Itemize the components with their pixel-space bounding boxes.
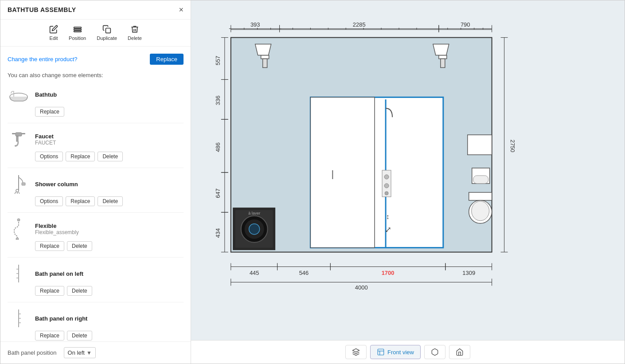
- bath-panel-left-info: Bath panel on left: [35, 270, 184, 277]
- bath-panel-left-actions: Replace Delete: [8, 286, 184, 296]
- bathtub-actions: Replace: [8, 107, 184, 117]
- view-top-button[interactable]: [424, 345, 445, 359]
- view-side-button[interactable]: [449, 345, 470, 359]
- svg-point-17: [16, 238, 19, 240]
- bath-panel-right-icon-container: [8, 309, 30, 327]
- flexible-delete-button[interactable]: Delete: [67, 241, 92, 251]
- edit-tool[interactable]: Edit: [49, 25, 58, 41]
- close-button[interactable]: ×: [179, 6, 184, 14]
- bath-panel-right-name: Bath panel on right: [35, 315, 184, 322]
- svg-text:2285: 2285: [353, 21, 366, 28]
- bath-panel-right-replace-button[interactable]: Replace: [35, 331, 64, 341]
- chevron-down-icon: ▼: [86, 350, 92, 356]
- svg-text:336: 336: [215, 96, 221, 106]
- shower-delete-button[interactable]: Delete: [98, 196, 123, 206]
- faucet-row: Faucet FAUCET: [8, 130, 184, 148]
- svg-text:445: 445: [250, 270, 259, 276]
- delete-icon: [130, 25, 139, 34]
- svg-text:↕: ↕: [386, 213, 390, 220]
- faucet-options-button[interactable]: Options: [35, 152, 63, 161]
- edit-icon: [49, 25, 58, 34]
- svg-line-13: [15, 192, 16, 194]
- view-3d-button[interactable]: [345, 345, 367, 359]
- view-front-button[interactable]: Front view: [370, 345, 421, 359]
- svg-text:1309: 1309: [462, 270, 475, 276]
- bath-panel-left-delete-button[interactable]: Delete: [67, 286, 92, 296]
- shower-info: Shower column: [35, 181, 184, 188]
- position-icon: [73, 25, 82, 34]
- shower-options-button[interactable]: Options: [35, 196, 63, 206]
- svg-text:2750: 2750: [509, 140, 516, 153]
- bath-panel-left-name: Bath panel on left: [35, 270, 184, 277]
- svg-rect-129: [473, 176, 488, 184]
- flexible-replace-button[interactable]: Replace: [35, 241, 64, 251]
- bathtub-replace-button[interactable]: Replace: [35, 107, 64, 117]
- duplicate-icon: [102, 25, 111, 34]
- svg-text:790: 790: [461, 21, 470, 28]
- svg-point-16: [17, 219, 20, 221]
- svg-rect-1: [74, 29, 81, 30]
- panel-header: BATHTUB ASSEMBLY ×: [0, 0, 191, 20]
- flexible-actions: Replace Delete: [8, 241, 184, 251]
- floor-plan-area: 393 2285 790: [191, 0, 625, 340]
- shower-icon: [8, 173, 30, 195]
- shower-icon-container: [8, 175, 30, 193]
- bath-panel-left-replace-button[interactable]: Replace: [35, 286, 64, 296]
- view-front-icon: [377, 348, 385, 356]
- bath-panel-left-icon-container: [8, 265, 30, 282]
- svg-marker-106: [433, 44, 449, 55]
- shower-name: Shower column: [35, 181, 184, 188]
- svg-point-113: [384, 175, 389, 179]
- front-view-label: Front view: [387, 349, 414, 356]
- shower-replace-button[interactable]: Replace: [66, 196, 95, 206]
- panel-footer: Bath panel position On left ▼: [0, 341, 191, 364]
- flexible-section: Flexible Flexible_assembly Replace Delet…: [8, 220, 184, 258]
- bath-panel-right-actions: Replace Delete: [8, 331, 184, 341]
- faucet-delete-button[interactable]: Delete: [98, 152, 123, 161]
- bath-panel-right-delete-button[interactable]: Delete: [67, 331, 92, 341]
- position-label: Position: [69, 35, 86, 41]
- bathtub-row: Bathtub: [8, 86, 184, 103]
- floor-plan-svg: 393 2285 790: [191, 0, 625, 340]
- faucet-subname: FAUCET: [35, 140, 184, 146]
- faucet-icon: [8, 130, 30, 148]
- replace-primary-button[interactable]: Replace: [150, 54, 184, 65]
- svg-rect-102: [261, 55, 269, 59]
- duplicate-label: Duplicate: [97, 35, 117, 41]
- svg-rect-11: [22, 183, 25, 185]
- view-3d-icon: [352, 348, 360, 356]
- svg-text:647: 647: [215, 188, 221, 198]
- edit-label: Edit: [50, 35, 58, 41]
- panel-body: Change the entire product? Replace You c…: [0, 47, 191, 341]
- right-panel: 393 2285 790: [191, 0, 625, 364]
- faucet-replace-button[interactable]: Replace: [66, 152, 95, 161]
- svg-point-114: [384, 184, 389, 188]
- shower-section: Shower column Options Replace Delete: [8, 175, 184, 213]
- svg-line-15: [19, 192, 20, 194]
- view-controls: Front view: [191, 340, 625, 364]
- svg-text:557: 557: [215, 56, 221, 66]
- svg-rect-104: [263, 59, 267, 68]
- flexible-subname: Flexible_assembly: [35, 229, 184, 235]
- bathtub-info: Bathtub: [35, 91, 184, 98]
- footer-label: Bath panel position: [8, 349, 57, 356]
- svg-rect-124: [468, 135, 492, 155]
- position-tool[interactable]: Position: [69, 25, 86, 41]
- view-top-icon: [431, 348, 439, 356]
- delete-tool[interactable]: Delete: [128, 25, 142, 41]
- svg-rect-6: [16, 136, 18, 141]
- svg-rect-105: [439, 55, 447, 59]
- panel-title: BATHTUB ASSEMBLY: [8, 6, 76, 13]
- svg-rect-9: [22, 133, 25, 134]
- svg-text:486: 486: [215, 142, 221, 152]
- svg-text:434: 434: [215, 228, 221, 238]
- svg-marker-103: [255, 44, 271, 55]
- flexible-icon: [8, 218, 30, 240]
- svg-rect-125: [469, 192, 492, 200]
- change-product-label: Change the entire product?: [8, 56, 78, 63]
- duplicate-tool[interactable]: Duplicate: [97, 25, 117, 41]
- left-panel: BATHTUB ASSEMBLY × Edit Position: [0, 0, 191, 364]
- bath-panel-position-select[interactable]: On left ▼: [64, 347, 96, 358]
- bath-panel-left-icon: [8, 262, 30, 285]
- flexible-info: Flexible Flexible_assembly: [35, 223, 184, 235]
